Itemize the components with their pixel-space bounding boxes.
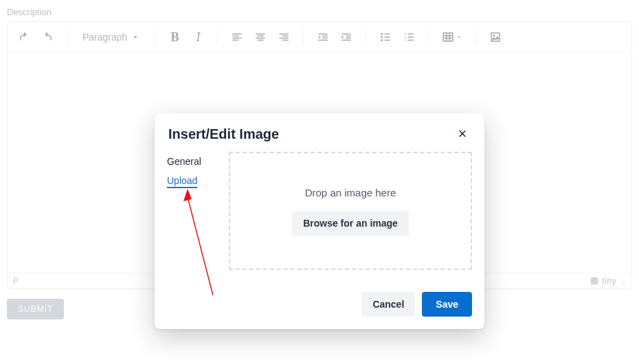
bold-button[interactable]: B — [165, 27, 184, 47]
svg-point-2 — [381, 39, 383, 41]
insert-image-button[interactable] — [486, 27, 505, 47]
outdent-button[interactable] — [313, 27, 333, 47]
upload-dropzone[interactable]: Drop an image here Browse for an image — [229, 152, 472, 270]
italic-button[interactable]: I — [188, 27, 208, 47]
cancel-button[interactable]: Cancel — [361, 292, 415, 317]
align-left-button[interactable] — [227, 27, 247, 47]
svg-point-0 — [381, 33, 383, 35]
editor-toolbar: Paragraph B I — [8, 22, 631, 53]
chevron-down-icon — [456, 31, 462, 43]
table-button[interactable] — [438, 27, 466, 47]
element-path: P — [13, 276, 19, 286]
close-icon[interactable]: × — [454, 126, 471, 142]
dialog-title: Insert/Edit Image — [168, 126, 279, 142]
tiny-brand: tiny — [590, 276, 626, 286]
resize-handle-icon[interactable] — [619, 276, 626, 286]
redo-button[interactable] — [38, 27, 57, 47]
insert-image-dialog: Insert/Edit Image × General Upload Drop … — [155, 113, 484, 329]
tab-general[interactable]: General — [167, 156, 215, 167]
undo-button[interactable] — [14, 27, 34, 47]
tab-upload[interactable]: Upload — [167, 175, 197, 188]
dropzone-text: Drop an image here — [305, 187, 396, 198]
svg-point-3 — [493, 34, 495, 36]
numbered-list-button[interactable] — [399, 27, 418, 47]
dialog-tabs: General Upload — [167, 152, 215, 270]
svg-point-1 — [381, 36, 383, 38]
block-format-label: Paragraph — [82, 32, 127, 43]
align-right-button[interactable] — [274, 27, 293, 47]
save-button[interactable]: Save — [422, 292, 472, 317]
bullet-list-button[interactable] — [376, 27, 395, 47]
block-format-select[interactable]: Paragraph — [77, 29, 145, 45]
browse-image-button[interactable]: Browse for an image — [292, 211, 409, 236]
svg-rect-4 — [590, 277, 598, 285]
indent-button[interactable] — [337, 27, 356, 47]
submit-button[interactable]: SUBMIT — [7, 299, 64, 319]
chevron-down-icon — [131, 33, 139, 41]
description-label: Description — [7, 7, 632, 17]
align-center-button[interactable] — [251, 27, 270, 47]
